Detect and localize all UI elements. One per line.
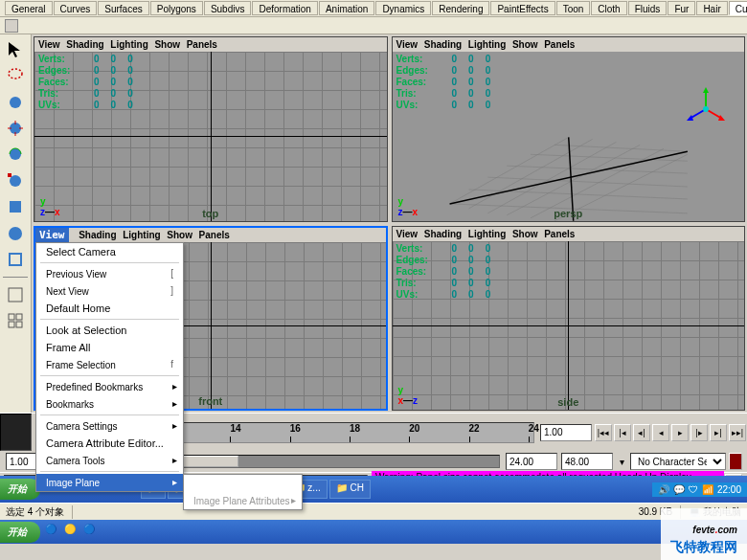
autokey-button[interactable]	[729, 453, 742, 470]
shelf-tab-fur[interactable]: Fur	[668, 1, 695, 15]
move-tool[interactable]	[2, 116, 29, 140]
vp-menu[interactable]: View Shading Lighting Show Panels	[393, 37, 745, 52]
shelf-tab-deformation[interactable]: Deformation	[252, 1, 317, 15]
svg-rect-12	[16, 322, 22, 327]
vp-menu[interactable]: View Shading Lighting Show Panels	[393, 227, 745, 241]
shelf-tab-cloth[interactable]: Cloth	[591, 1, 626, 15]
image-plane-submenu: Import Image... Image Plane Attributes▸	[183, 474, 303, 510]
shelf-tab-general[interactable]: General	[5, 1, 53, 15]
menu-previous-view[interactable]: Previous View[	[36, 265, 183, 282]
shelf-tab-toon[interactable]: Toon	[556, 1, 591, 15]
ql-icon[interactable]: 🔵	[83, 524, 101, 541]
time-current-indicator	[0, 414, 32, 451]
menu-select-camera[interactable]: Select Camera	[36, 243, 183, 260]
svg-line-20	[468, 190, 687, 199]
menu-camera-tools[interactable]: Camera Tools▸	[36, 452, 183, 469]
manip-tool[interactable]	[2, 195, 29, 219]
svg-line-24	[554, 145, 687, 151]
tray-icon[interactable]: 📶	[702, 484, 713, 495]
clock[interactable]: 22:00	[717, 484, 741, 495]
start-button[interactable]: 开始	[0, 522, 40, 543]
menu-predefined-bookmarks[interactable]: Predefined Bookmarks▸	[36, 378, 183, 395]
layout-b[interactable]	[2, 361, 29, 385]
svg-rect-9	[9, 314, 14, 320]
viewport-front[interactable]: View Shading Lighting Show Panels front …	[34, 226, 388, 412]
menu-frame-all[interactable]: Frame All	[36, 339, 183, 356]
rewind-button[interactable]: |◂◂	[595, 424, 612, 441]
start-button[interactable]: 开始	[0, 479, 40, 500]
axis-gizmo: yz—x	[398, 196, 419, 217]
shelf-tab-rendering[interactable]: Rendering	[432, 1, 489, 15]
play-button[interactable]: ▸	[671, 424, 689, 441]
forward-end-button[interactable]: ▸▸|	[729, 424, 746, 441]
last-tool[interactable]	[2, 248, 29, 272]
scale-tool[interactable]	[2, 168, 29, 192]
char-set-toggle[interactable]: ▾	[615, 457, 628, 467]
menu-camera-settings[interactable]: Camera Settings▸	[36, 417, 183, 435]
layout-c[interactable]	[2, 388, 29, 412]
shelf-tab-polygons[interactable]: Polygons	[150, 1, 203, 15]
step-back-button[interactable]: |◂	[614, 424, 631, 441]
viewport-persp[interactable]: View Shading Lighting Show Panels V	[392, 36, 746, 222]
toolbox	[0, 34, 32, 413]
shelf-toggle[interactable]	[5, 19, 18, 33]
vp-menu[interactable]: View Shading Lighting Show Panels	[34, 37, 387, 52]
tray-icon[interactable]: 💬	[673, 484, 685, 495]
paint-select-tool[interactable]	[2, 90, 29, 114]
svg-point-1	[10, 97, 21, 108]
viewport-side[interactable]: View Shading Lighting Show Panels Verts:…	[392, 226, 746, 412]
ql-icon[interactable]: 🔵	[45, 524, 62, 541]
layout-a[interactable]	[2, 335, 29, 359]
hud-stats: Verts:000Edges:000Faces:000Tris:000UVs:0…	[396, 54, 491, 111]
ql-icon[interactable]: 🟡	[64, 524, 81, 541]
lasso-tool[interactable]	[2, 63, 29, 87]
menu-import-image[interactable]: Import Image...	[184, 475, 302, 492]
range-end-field[interactable]	[506, 453, 557, 470]
prev-key-button[interactable]: ◂|	[633, 424, 650, 441]
status-selection: 选定 4 个对象	[6, 505, 64, 519]
step-fwd-button[interactable]: ▸|	[710, 424, 727, 441]
shelf-tab-animation[interactable]: Animation	[319, 1, 374, 15]
tray-icon[interactable]: 🛡	[689, 484, 698, 495]
play-back-button[interactable]: ◂	[652, 424, 669, 441]
menu-look-at-selection[interactable]: Look at Selection	[36, 322, 183, 339]
axis-gizmo: yx—z	[398, 385, 419, 406]
viewport-top[interactable]: View Shading Lighting Show Panels Verts:…	[34, 36, 388, 222]
vp-label: side	[557, 396, 578, 408]
shelf-bar	[0, 17, 747, 34]
shelf-tab-hair[interactable]: Hair	[696, 1, 727, 15]
menu-image-plane[interactable]: Image Plane▸ Import Image... Image Plane…	[36, 474, 183, 491]
shelf-tab-painteffects[interactable]: PaintEffects	[490, 1, 555, 15]
menu-frame-selection[interactable]: Frame Selectionf	[36, 356, 183, 373]
shelf-tab-curves[interactable]: Curves	[54, 1, 98, 15]
menu-next-view[interactable]: Next View]	[36, 282, 183, 300]
view-cube[interactable]	[682, 85, 730, 133]
next-key-button[interactable]: |▸	[690, 424, 708, 441]
menu-image-plane-attributes: Image Plane Attributes▸	[184, 492, 302, 509]
vp-menu[interactable]: Shading Lighting Show Panels	[69, 228, 234, 242]
taskbar-task[interactable]: 📁 CH	[329, 480, 371, 499]
menu-bookmarks[interactable]: Bookmarks▸	[36, 395, 183, 413]
menu-camera-attr-editor[interactable]: Camera Attribute Editor...	[36, 435, 183, 452]
shelf-tab-fluids[interactable]: Fluids	[628, 1, 668, 15]
svg-point-33	[703, 106, 709, 112]
shelf-tabs: GeneralCurvesSurfacesPolygonsSubdivsDefo…	[0, 0, 747, 17]
svg-line-25	[449, 151, 687, 204]
shelf-tab-custom[interactable]: Custom	[729, 1, 747, 15]
shelf-tab-surfaces[interactable]: Surfaces	[98, 1, 148, 15]
layout-single[interactable]	[2, 282, 29, 306]
range-max-field[interactable]	[561, 453, 613, 470]
shelf-tab-subdivs[interactable]: Subdivs	[204, 1, 252, 15]
menu-default-home[interactable]: Default Home	[36, 300, 183, 317]
layout-four[interactable]	[2, 308, 29, 332]
select-tool[interactable]	[2, 37, 29, 61]
character-set-select[interactable]: No Character Set	[630, 453, 726, 470]
soft-mod-tool[interactable]	[2, 221, 29, 245]
rotate-tool[interactable]	[2, 143, 29, 167]
tray-icon[interactable]: 🔊	[658, 484, 669, 495]
vp-view-menu-active[interactable]: View	[35, 228, 69, 242]
system-tray[interactable]: 🔊 💬 🛡 📶 22:00	[652, 482, 747, 497]
shelf-tab-dynamics[interactable]: Dynamics	[375, 1, 431, 15]
current-frame-field[interactable]	[540, 424, 592, 441]
axis-gizmo: yz—x	[40, 196, 60, 217]
